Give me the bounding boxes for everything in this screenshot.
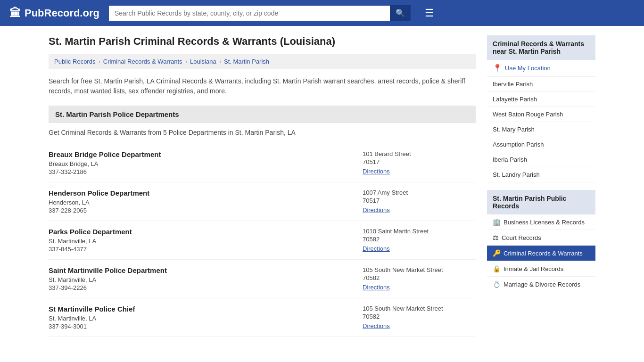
sidebar: Criminal Records & Warrants near St. Mar… bbox=[487, 35, 595, 337]
dept-zip: 70517 bbox=[363, 197, 476, 204]
breadcrumb-louisiana[interactable]: Louisiana bbox=[190, 58, 216, 65]
breadcrumb: Public Records › Criminal Records & Warr… bbox=[49, 54, 476, 69]
dept-right: 1010 Saint Martin Street 70582 Direction… bbox=[353, 228, 476, 253]
dept-address: 105 South New Market Street bbox=[363, 305, 476, 312]
record-type-item[interactable]: 🔒 Inmate & Jail Records bbox=[487, 261, 595, 277]
dept-city: Henderson, LA bbox=[49, 199, 353, 206]
site-header: 🏛 PubRecord.org 🔍 ☰ bbox=[0, 0, 644, 26]
dept-city: St. Martinville, LA bbox=[49, 276, 353, 283]
directions-link[interactable]: Directions bbox=[363, 206, 390, 214]
nearby-item[interactable]: Iberia Parish bbox=[487, 152, 595, 167]
section-sub: Get Criminal Records & Warrants from 5 P… bbox=[49, 129, 476, 136]
dept-name: Henderson Police Department bbox=[49, 189, 353, 197]
section-header: St. Martin Parish Police Departments bbox=[49, 106, 476, 123]
dept-name: St Martinville Police Chief bbox=[49, 305, 353, 313]
directions-link[interactable]: Directions bbox=[363, 168, 390, 175]
dept-zip: 70582 bbox=[363, 274, 476, 281]
record-type-link[interactable]: Inmate & Jail Records bbox=[504, 265, 563, 272]
dept-left: Breaux Bridge Police Department Breaux B… bbox=[49, 150, 353, 175]
menu-icon[interactable]: ☰ bbox=[425, 7, 434, 19]
record-type-icon: 🔒 bbox=[493, 265, 501, 272]
page-description: Search for free St. Martin Parish, LA Cr… bbox=[49, 76, 476, 96]
department-entry: St Martinville Police Chief St. Martinvi… bbox=[49, 298, 476, 337]
content-area: St. Martin Parish Criminal Records & War… bbox=[49, 35, 476, 337]
logo-text: PubRecord.org bbox=[25, 7, 99, 19]
breadcrumb-criminal-records[interactable]: Criminal Records & Warrants bbox=[103, 58, 182, 65]
department-list: Breaux Bridge Police Department Breaux B… bbox=[49, 144, 476, 337]
dept-phone: 337-228-2065 bbox=[49, 207, 353, 214]
nearby-title: Criminal Records & Warrants near St. Mar… bbox=[487, 35, 595, 60]
dept-right: 1007 Amy Street 70517 Directions bbox=[353, 189, 476, 214]
nearby-item[interactable]: Lafayette Parish bbox=[487, 92, 595, 107]
breadcrumb-st-martin[interactable]: St. Martin Parish bbox=[224, 58, 269, 65]
nearby-link[interactable]: St. Mary Parish bbox=[493, 126, 535, 133]
directions-link[interactable]: Directions bbox=[363, 245, 390, 252]
record-type-icon: 🔑 bbox=[493, 249, 501, 257]
location-icon: 📍 bbox=[493, 64, 502, 73]
dept-zip: 70582 bbox=[363, 236, 476, 243]
dept-address: 101 Berard Street bbox=[363, 150, 476, 157]
dept-left: Henderson Police Department Henderson, L… bbox=[49, 189, 353, 214]
logo[interactable]: 🏛 PubRecord.org bbox=[9, 7, 99, 20]
dept-phone: 337-394-2226 bbox=[49, 284, 353, 291]
dept-left: Saint Martinville Police Department St. … bbox=[49, 266, 353, 291]
department-entry: Parks Police Department St. Martinville,… bbox=[49, 221, 476, 260]
nearby-item[interactable]: St. Mary Parish bbox=[487, 122, 595, 137]
dept-right: 105 South New Market Street 70582 Direct… bbox=[353, 305, 476, 330]
dept-name: Saint Martinville Police Department bbox=[49, 266, 353, 274]
dept-city: Breaux Bridge, LA bbox=[49, 160, 353, 167]
record-type-item[interactable]: ⚖ Court Records bbox=[487, 230, 595, 246]
nearby-item[interactable]: St. Landry Parish bbox=[487, 167, 595, 182]
department-entry: Saint Martinville Police Department St. … bbox=[49, 260, 476, 298]
nearby-section: Criminal Records & Warrants near St. Mar… bbox=[487, 35, 595, 182]
dept-left: St Martinville Police Chief St. Martinvi… bbox=[49, 305, 353, 330]
record-type-link[interactable]: Business Licenses & Records bbox=[504, 219, 585, 226]
record-type-link[interactable]: Criminal Records & Warrants bbox=[504, 250, 583, 257]
department-entry: Henderson Police Department Henderson, L… bbox=[49, 182, 476, 221]
nearby-link[interactable]: Iberville Parish bbox=[493, 81, 533, 88]
search-input[interactable] bbox=[109, 6, 390, 21]
dept-phone: 337-394-3001 bbox=[49, 323, 353, 330]
search-bar: 🔍 bbox=[109, 5, 411, 21]
page-title: St. Martin Parish Criminal Records & War… bbox=[49, 35, 476, 48]
nearby-item[interactable]: Assumption Parish bbox=[487, 137, 595, 152]
record-type-item[interactable]: 🏢 Business Licenses & Records bbox=[487, 214, 595, 230]
dept-zip: 70517 bbox=[363, 158, 476, 165]
nearby-link[interactable]: St. Landry Parish bbox=[493, 171, 540, 178]
dept-phone: 337-845-4377 bbox=[49, 246, 353, 253]
dept-left: Parks Police Department St. Martinville,… bbox=[49, 228, 353, 253]
nearby-item[interactable]: West Baton Rouge Parish bbox=[487, 107, 595, 122]
nearby-link[interactable]: West Baton Rouge Parish bbox=[493, 111, 563, 118]
use-location-label: Use My Location bbox=[505, 65, 551, 72]
record-type-link[interactable]: Court Records bbox=[502, 234, 541, 241]
search-button[interactable]: 🔍 bbox=[390, 5, 411, 21]
dept-right: 105 South New Market Street 70582 Direct… bbox=[353, 266, 476, 291]
dept-address: 1007 Amy Street bbox=[363, 189, 476, 196]
use-my-location[interactable]: 📍 Use My Location bbox=[487, 60, 595, 77]
breadcrumb-public-records[interactable]: Public Records bbox=[54, 58, 95, 65]
record-type-icon: 💍 bbox=[493, 280, 501, 288]
directions-link[interactable]: Directions bbox=[363, 284, 390, 291]
record-type-item[interactable]: 💍 Marriage & Divorce Records bbox=[487, 277, 595, 292]
records-section: St. Martin Parish Public Records 🏢 Busin… bbox=[487, 190, 595, 292]
dept-address: 1010 Saint Martin Street bbox=[363, 228, 476, 235]
dept-city: St. Martinville, LA bbox=[49, 238, 353, 245]
directions-link[interactable]: Directions bbox=[363, 322, 390, 329]
dept-right: 101 Berard Street 70517 Directions bbox=[353, 150, 476, 175]
nearby-item[interactable]: Iberville Parish bbox=[487, 77, 595, 92]
record-type-icon: 🏢 bbox=[493, 218, 501, 226]
record-type-icon: ⚖ bbox=[493, 234, 499, 241]
records-title: St. Martin Parish Public Records bbox=[487, 190, 595, 214]
record-type-item[interactable]: 🔑 Criminal Records & Warrants bbox=[487, 246, 595, 261]
nearby-link[interactable]: Iberia Parish bbox=[493, 156, 527, 163]
dept-city: St. Martinville, LA bbox=[49, 315, 353, 322]
dept-zip: 70582 bbox=[363, 313, 476, 320]
dept-address: 105 South New Market Street bbox=[363, 266, 476, 273]
nearby-link[interactable]: Lafayette Parish bbox=[493, 96, 537, 103]
logo-icon: 🏛 bbox=[9, 7, 21, 20]
dept-name: Breaux Bridge Police Department bbox=[49, 150, 353, 158]
department-entry: Breaux Bridge Police Department Breaux B… bbox=[49, 144, 476, 182]
nearby-link[interactable]: Assumption Parish bbox=[493, 141, 544, 148]
record-type-link[interactable]: Marriage & Divorce Records bbox=[504, 281, 580, 288]
main-container: St. Martin Parish Criminal Records & War… bbox=[39, 26, 605, 346]
